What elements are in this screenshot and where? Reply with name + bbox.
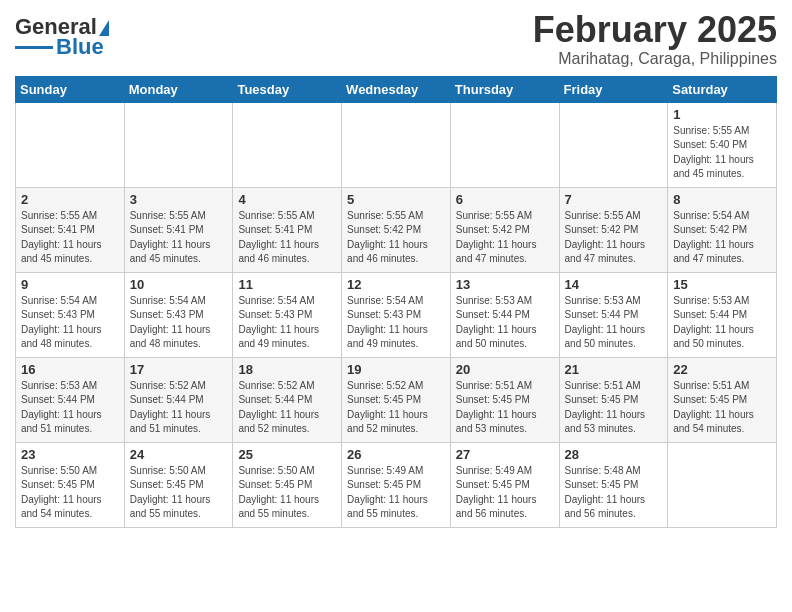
calendar-cell [124,102,233,187]
calendar-cell: 23Sunrise: 5:50 AM Sunset: 5:45 PM Dayli… [16,442,125,527]
day-number: 4 [238,192,336,207]
calendar-cell: 20Sunrise: 5:51 AM Sunset: 5:45 PM Dayli… [450,357,559,442]
month-title: February 2025 [533,10,777,50]
calendar-week-row: 23Sunrise: 5:50 AM Sunset: 5:45 PM Dayli… [16,442,777,527]
day-number: 11 [238,277,336,292]
title-block: February 2025 Marihatag, Caraga, Philipp… [533,10,777,68]
calendar-cell: 3Sunrise: 5:55 AM Sunset: 5:41 PM Daylig… [124,187,233,272]
day-number: 1 [673,107,771,122]
day-info: Sunrise: 5:51 AM Sunset: 5:45 PM Dayligh… [673,379,771,437]
day-info: Sunrise: 5:50 AM Sunset: 5:45 PM Dayligh… [130,464,228,522]
day-info: Sunrise: 5:52 AM Sunset: 5:44 PM Dayligh… [238,379,336,437]
calendar-cell: 21Sunrise: 5:51 AM Sunset: 5:45 PM Dayli… [559,357,668,442]
weekday-header: Monday [124,76,233,102]
calendar-cell: 17Sunrise: 5:52 AM Sunset: 5:44 PM Dayli… [124,357,233,442]
weekday-header: Tuesday [233,76,342,102]
day-info: Sunrise: 5:54 AM Sunset: 5:43 PM Dayligh… [21,294,119,352]
day-number: 24 [130,447,228,462]
day-info: Sunrise: 5:50 AM Sunset: 5:45 PM Dayligh… [21,464,119,522]
day-info: Sunrise: 5:55 AM Sunset: 5:41 PM Dayligh… [238,209,336,267]
day-info: Sunrise: 5:55 AM Sunset: 5:42 PM Dayligh… [347,209,445,267]
calendar-cell: 8Sunrise: 5:54 AM Sunset: 5:42 PM Daylig… [668,187,777,272]
calendar-cell: 22Sunrise: 5:51 AM Sunset: 5:45 PM Dayli… [668,357,777,442]
day-info: Sunrise: 5:53 AM Sunset: 5:44 PM Dayligh… [673,294,771,352]
calendar-cell: 1Sunrise: 5:55 AM Sunset: 5:40 PM Daylig… [668,102,777,187]
calendar-cell: 15Sunrise: 5:53 AM Sunset: 5:44 PM Dayli… [668,272,777,357]
calendar-cell [16,102,125,187]
logo-blue: Blue [56,36,104,58]
day-number: 17 [130,362,228,377]
calendar-cell [233,102,342,187]
day-number: 21 [565,362,663,377]
calendar-week-row: 1Sunrise: 5:55 AM Sunset: 5:40 PM Daylig… [16,102,777,187]
day-info: Sunrise: 5:49 AM Sunset: 5:45 PM Dayligh… [347,464,445,522]
day-info: Sunrise: 5:52 AM Sunset: 5:45 PM Dayligh… [347,379,445,437]
calendar-cell: 10Sunrise: 5:54 AM Sunset: 5:43 PM Dayli… [124,272,233,357]
day-number: 25 [238,447,336,462]
calendar-cell [450,102,559,187]
calendar-cell: 24Sunrise: 5:50 AM Sunset: 5:45 PM Dayli… [124,442,233,527]
calendar-cell: 6Sunrise: 5:55 AM Sunset: 5:42 PM Daylig… [450,187,559,272]
day-info: Sunrise: 5:48 AM Sunset: 5:45 PM Dayligh… [565,464,663,522]
calendar-cell: 7Sunrise: 5:55 AM Sunset: 5:42 PM Daylig… [559,187,668,272]
weekday-header: Wednesday [342,76,451,102]
calendar-cell: 16Sunrise: 5:53 AM Sunset: 5:44 PM Dayli… [16,357,125,442]
day-number: 2 [21,192,119,207]
weekday-header-row: SundayMondayTuesdayWednesdayThursdayFrid… [16,76,777,102]
calendar-cell: 14Sunrise: 5:53 AM Sunset: 5:44 PM Dayli… [559,272,668,357]
day-info: Sunrise: 5:54 AM Sunset: 5:42 PM Dayligh… [673,209,771,267]
calendar-cell: 18Sunrise: 5:52 AM Sunset: 5:44 PM Dayli… [233,357,342,442]
calendar-cell: 27Sunrise: 5:49 AM Sunset: 5:45 PM Dayli… [450,442,559,527]
calendar-cell: 12Sunrise: 5:54 AM Sunset: 5:43 PM Dayli… [342,272,451,357]
day-number: 6 [456,192,554,207]
day-number: 27 [456,447,554,462]
weekday-header: Thursday [450,76,559,102]
calendar-cell: 28Sunrise: 5:48 AM Sunset: 5:45 PM Dayli… [559,442,668,527]
day-number: 10 [130,277,228,292]
day-info: Sunrise: 5:55 AM Sunset: 5:41 PM Dayligh… [21,209,119,267]
calendar-cell [342,102,451,187]
calendar-cell: 25Sunrise: 5:50 AM Sunset: 5:45 PM Dayli… [233,442,342,527]
day-info: Sunrise: 5:54 AM Sunset: 5:43 PM Dayligh… [347,294,445,352]
calendar-week-row: 16Sunrise: 5:53 AM Sunset: 5:44 PM Dayli… [16,357,777,442]
calendar-table: SundayMondayTuesdayWednesdayThursdayFrid… [15,76,777,528]
calendar-cell: 13Sunrise: 5:53 AM Sunset: 5:44 PM Dayli… [450,272,559,357]
day-number: 14 [565,277,663,292]
day-info: Sunrise: 5:51 AM Sunset: 5:45 PM Dayligh… [565,379,663,437]
day-info: Sunrise: 5:51 AM Sunset: 5:45 PM Dayligh… [456,379,554,437]
calendar-cell: 2Sunrise: 5:55 AM Sunset: 5:41 PM Daylig… [16,187,125,272]
day-info: Sunrise: 5:50 AM Sunset: 5:45 PM Dayligh… [238,464,336,522]
day-number: 7 [565,192,663,207]
day-info: Sunrise: 5:53 AM Sunset: 5:44 PM Dayligh… [21,379,119,437]
day-number: 22 [673,362,771,377]
calendar-cell: 9Sunrise: 5:54 AM Sunset: 5:43 PM Daylig… [16,272,125,357]
day-info: Sunrise: 5:53 AM Sunset: 5:44 PM Dayligh… [565,294,663,352]
calendar-cell: 4Sunrise: 5:55 AM Sunset: 5:41 PM Daylig… [233,187,342,272]
page-header: General Blue February 2025 Marihatag, Ca… [15,10,777,68]
calendar-cell: 19Sunrise: 5:52 AM Sunset: 5:45 PM Dayli… [342,357,451,442]
day-info: Sunrise: 5:55 AM Sunset: 5:40 PM Dayligh… [673,124,771,182]
day-number: 3 [130,192,228,207]
day-info: Sunrise: 5:55 AM Sunset: 5:42 PM Dayligh… [456,209,554,267]
day-number: 13 [456,277,554,292]
day-number: 26 [347,447,445,462]
day-info: Sunrise: 5:54 AM Sunset: 5:43 PM Dayligh… [130,294,228,352]
day-number: 28 [565,447,663,462]
day-info: Sunrise: 5:55 AM Sunset: 5:41 PM Dayligh… [130,209,228,267]
day-number: 12 [347,277,445,292]
day-info: Sunrise: 5:49 AM Sunset: 5:45 PM Dayligh… [456,464,554,522]
logo: General Blue [15,16,109,58]
calendar-week-row: 9Sunrise: 5:54 AM Sunset: 5:43 PM Daylig… [16,272,777,357]
weekday-header: Sunday [16,76,125,102]
day-number: 15 [673,277,771,292]
day-number: 23 [21,447,119,462]
day-number: 20 [456,362,554,377]
calendar-cell: 11Sunrise: 5:54 AM Sunset: 5:43 PM Dayli… [233,272,342,357]
day-info: Sunrise: 5:54 AM Sunset: 5:43 PM Dayligh… [238,294,336,352]
calendar-cell [668,442,777,527]
day-info: Sunrise: 5:55 AM Sunset: 5:42 PM Dayligh… [565,209,663,267]
location-subtitle: Marihatag, Caraga, Philippines [533,50,777,68]
day-number: 18 [238,362,336,377]
weekday-header: Saturday [668,76,777,102]
day-number: 5 [347,192,445,207]
